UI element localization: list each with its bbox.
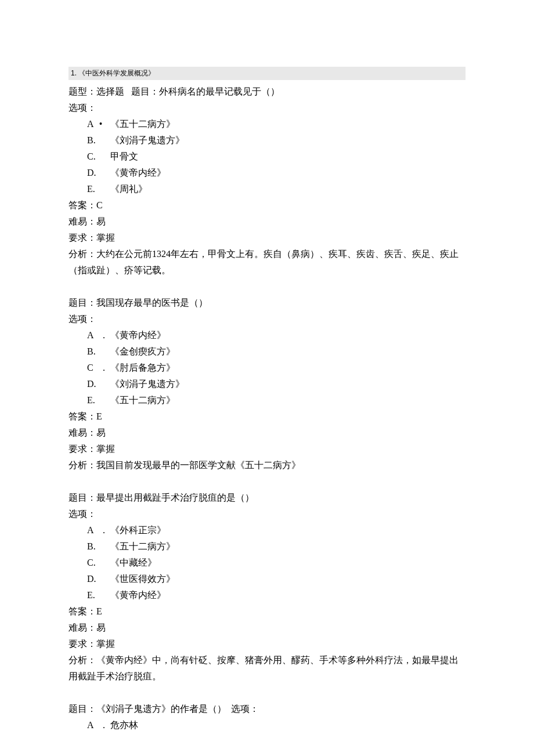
question-head: 题目：最早提出用截趾手术治疗脱疽的是（） bbox=[68, 490, 466, 506]
question-stem-label: 题目： bbox=[68, 704, 96, 714]
option-text: 《外科正宗》 bbox=[110, 525, 166, 535]
option-text: 《肘后备急方》 bbox=[110, 363, 175, 372]
option-row: B. 《五十二病方》 bbox=[68, 538, 466, 555]
option-letter: E. bbox=[87, 181, 99, 197]
question-head: 题目：我国现存最早的医书是（） bbox=[68, 295, 466, 311]
option-letter: D. bbox=[87, 376, 99, 392]
question-type-label: 题型：选择题 bbox=[68, 86, 124, 96]
option-letter: B. bbox=[87, 343, 99, 360]
option-letter: D. bbox=[87, 571, 99, 587]
option-text: 《世医得效方》 bbox=[110, 574, 175, 584]
question-block: 题型：选择题 题目：外科病名的最早记载见于（） 选项： A•《五十二病方》 B.… bbox=[68, 84, 466, 278]
options-label: 选项： bbox=[68, 100, 466, 116]
document-page: 1. 《中医外科学发展概况》 题型：选择题 题目：外科病名的最早记载见于（） 选… bbox=[0, 0, 534, 756]
option-text: 危亦林 bbox=[110, 720, 138, 730]
difficulty-line: 难易：易 bbox=[68, 425, 466, 441]
option-row: C．《肘后备急方》 bbox=[68, 360, 466, 376]
requirement-value: 掌握 bbox=[96, 233, 115, 243]
requirement-line: 要求：掌握 bbox=[68, 636, 466, 652]
answer-line: 答案：E bbox=[68, 408, 466, 425]
option-sep bbox=[99, 392, 110, 408]
option-row: A．危亦林 bbox=[68, 717, 466, 733]
question-stem-label: 题目： bbox=[68, 298, 96, 308]
option-sep bbox=[99, 132, 110, 149]
option-letter: E. bbox=[87, 587, 99, 603]
option-sep bbox=[99, 343, 110, 360]
difficulty-label: 难易： bbox=[68, 216, 96, 226]
difficulty-value: 易 bbox=[96, 428, 106, 437]
answer-line: 答案：E bbox=[68, 603, 466, 620]
requirement-line: 要求：掌握 bbox=[68, 441, 466, 457]
analysis-label: 分析： bbox=[68, 460, 96, 470]
question-head: 题型：选择题 题目：外科病名的最早记载见于（） bbox=[68, 84, 466, 100]
option-letter: A bbox=[87, 116, 99, 132]
option-row: C. 甲骨文 bbox=[68, 149, 466, 165]
option-text: 《刘涓子鬼遗方》 bbox=[110, 135, 185, 145]
option-text: 《黄帝内经》 bbox=[110, 590, 166, 600]
option-row: E. 《周礼》 bbox=[68, 181, 466, 197]
option-letter: A bbox=[87, 717, 99, 733]
question-head: 题目：《刘涓子鬼遗方》的作者是（） 选项： bbox=[68, 701, 466, 717]
options-label: 选项： bbox=[68, 506, 466, 522]
answer-label: 答案： bbox=[68, 411, 96, 421]
analysis-text: 大约在公元前1324年左右，甲骨文上有。疾自（鼻病）、疾耳、疾齿、疾舌、疾足、疾… bbox=[68, 249, 459, 275]
option-text: 《黄帝内经》 bbox=[110, 168, 166, 178]
option-text: 《金创瘈疚方》 bbox=[110, 346, 175, 356]
option-text: 《周礼》 bbox=[110, 184, 147, 194]
analysis-line: 分析：我国目前发现最早的一部医学文献《五十二病方》 bbox=[68, 457, 466, 473]
option-sep: • bbox=[99, 116, 110, 132]
question-block: 题目：《刘涓子鬼遗方》的作者是（） 选项： A．危亦林 bbox=[68, 701, 466, 733]
option-text: 《五十二病方》 bbox=[110, 119, 175, 129]
option-row: A．《黄帝内经》 bbox=[68, 327, 466, 343]
option-row: C. 《中藏经》 bbox=[68, 555, 466, 571]
question-stem-label: 题目： bbox=[131, 86, 159, 96]
question-block: 题目：我国现存最早的医书是（） 选项： A．《黄帝内经》 B. 《金创瘈疚方》 … bbox=[68, 295, 466, 473]
question-stem: 外科病名的最早记载见于（） bbox=[159, 86, 280, 96]
option-row: A．《外科正宗》 bbox=[68, 522, 466, 538]
analysis-line: 分析：《黄帝内经》中，尚有针砭、按摩、猪膏外用、醪药、手术等多种外科疗法，如最早… bbox=[68, 652, 466, 685]
option-row: E. 《五十二病方》 bbox=[68, 392, 466, 408]
option-text: 甲骨文 bbox=[110, 151, 138, 161]
option-row: D. 《刘涓子鬼遗方》 bbox=[68, 376, 466, 392]
difficulty-line: 难易：易 bbox=[68, 620, 466, 636]
option-sep: ． bbox=[99, 360, 110, 376]
option-row: A•《五十二病方》 bbox=[68, 116, 466, 132]
difficulty-label: 难易： bbox=[68, 428, 96, 437]
option-sep bbox=[99, 555, 110, 571]
question-stem: 《刘涓子鬼遗方》的作者是（） bbox=[96, 704, 226, 714]
question-block: 题目：最早提出用截趾手术治疗脱疽的是（） 选项： A．《外科正宗》 B. 《五十… bbox=[68, 490, 466, 685]
option-sep bbox=[99, 165, 110, 181]
option-letter: B. bbox=[87, 538, 99, 555]
question-stem: 最早提出用截趾手术治疗脱疽的是（） bbox=[96, 493, 254, 502]
option-row: D. 《黄帝内经》 bbox=[68, 165, 466, 181]
question-stem-label: 题目： bbox=[68, 493, 96, 502]
answer-line: 答案：C bbox=[68, 197, 466, 214]
difficulty-label: 难易： bbox=[68, 623, 96, 632]
difficulty-value: 易 bbox=[96, 623, 106, 632]
option-sep bbox=[99, 149, 110, 165]
analysis-text: 我国目前发现最早的一部医学文献《五十二病方》 bbox=[96, 460, 301, 470]
option-letter: C. bbox=[87, 149, 99, 165]
options-label: 选项： bbox=[68, 311, 466, 327]
option-sep: ． bbox=[99, 327, 110, 343]
section-number: 1. bbox=[71, 69, 77, 77]
option-letter: A bbox=[87, 522, 99, 538]
option-text: 《五十二病方》 bbox=[110, 541, 175, 551]
option-sep bbox=[99, 376, 110, 392]
option-row: B. 《刘涓子鬼遗方》 bbox=[68, 132, 466, 149]
difficulty-value: 易 bbox=[96, 216, 106, 226]
option-sep: ． bbox=[99, 522, 110, 538]
requirement-line: 要求：掌握 bbox=[68, 230, 466, 246]
requirement-value: 掌握 bbox=[96, 639, 115, 649]
option-row: B. 《金创瘈疚方》 bbox=[68, 343, 466, 360]
option-sep bbox=[99, 571, 110, 587]
section-title-text: 《中医外科学发展概况》 bbox=[78, 69, 155, 77]
option-sep: ． bbox=[99, 717, 110, 733]
answer-value: E bbox=[96, 606, 102, 616]
answer-value: E bbox=[96, 411, 102, 421]
option-letter: A bbox=[87, 327, 99, 343]
option-row: D. 《世医得效方》 bbox=[68, 571, 466, 587]
analysis-text: 《黄帝内经》中，尚有针砭、按摩、猪膏外用、醪药、手术等多种外科疗法，如最早提出用… bbox=[68, 655, 459, 681]
option-text: 《五十二病方》 bbox=[110, 395, 175, 405]
requirement-label: 要求： bbox=[68, 639, 96, 649]
